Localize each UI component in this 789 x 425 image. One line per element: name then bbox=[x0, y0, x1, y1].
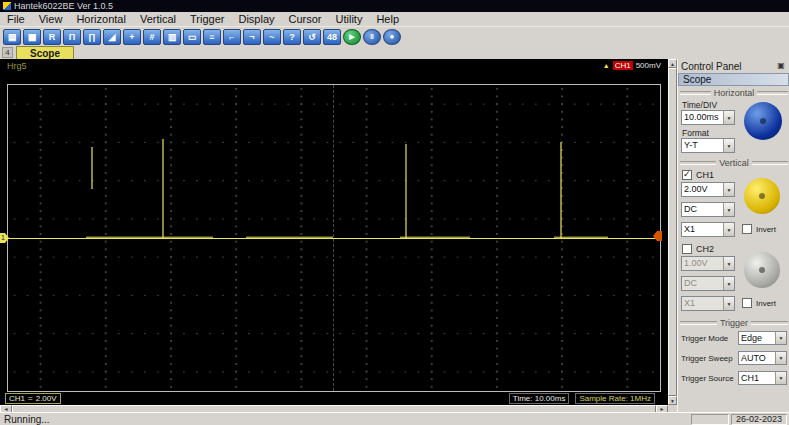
ch2-enable-row[interactable]: CH2 bbox=[682, 244, 714, 254]
ramp-wave-icon[interactable]: ◢ bbox=[103, 29, 121, 45]
scope-status-row: CH1 = 2.00V Time: 10.00ms Sample Rate: 1… bbox=[0, 392, 668, 405]
ch2-probe-select[interactable]: X1 bbox=[681, 296, 735, 311]
pulse-wave-icon[interactable]: ∏ bbox=[83, 29, 101, 45]
chevron-down-icon[interactable] bbox=[775, 372, 786, 384]
ch2-checkbox[interactable] bbox=[682, 244, 692, 254]
grid-icon[interactable]: # bbox=[143, 29, 161, 45]
scope-bottom-right: Time: 10.00ms Sample Rate: 1MHz bbox=[509, 393, 655, 404]
menu-cursor[interactable]: Cursor bbox=[282, 12, 329, 27]
trigger-section-label: Trigger bbox=[680, 318, 788, 328]
chevron-down-icon[interactable] bbox=[775, 332, 786, 344]
vertical-scrollbar[interactable] bbox=[668, 59, 677, 405]
rising-edge-icon[interactable]: ⌐ bbox=[223, 29, 241, 45]
sample-rate-readout: Sample Rate: 1MHz bbox=[575, 393, 655, 404]
autoset-icon[interactable]: R bbox=[43, 29, 61, 45]
control-panel-scope-header: Scope bbox=[678, 73, 789, 86]
horizontal-section-text: Horizontal bbox=[714, 88, 755, 98]
ch1-invert-row[interactable]: Invert bbox=[742, 224, 776, 234]
trigger-mode-value: Edge bbox=[739, 332, 775, 344]
menu-utility[interactable]: Utility bbox=[329, 12, 370, 27]
tab-scope-label: Scope bbox=[30, 48, 60, 59]
app-window: Hantek6022BE Ver 1.0.5 FileViewHorizonta… bbox=[0, 0, 789, 425]
refresh-icon[interactable]: ↺ bbox=[303, 29, 321, 45]
control-panel: Control Panel Scope Horizontal Time/DIV … bbox=[677, 59, 789, 412]
format-select[interactable]: Y-T bbox=[681, 138, 735, 153]
trigger-source-select[interactable]: CH1 bbox=[738, 371, 787, 385]
vertical-section-label: Vertical bbox=[680, 158, 788, 168]
ch2-invert-row[interactable]: Invert bbox=[742, 298, 776, 308]
ch1-position-knob[interactable] bbox=[744, 178, 780, 214]
chevron-down-icon[interactable] bbox=[723, 203, 734, 216]
ch2-coupling-select[interactable]: DC bbox=[681, 276, 735, 291]
ch1-invert-checkbox[interactable] bbox=[742, 224, 752, 234]
ch1-coupling-select[interactable]: DC bbox=[681, 202, 735, 217]
open-icon[interactable]: ▤ bbox=[3, 29, 21, 45]
waveform-list-icon[interactable]: ≡ bbox=[203, 29, 221, 45]
menu-trigger[interactable]: Trigger bbox=[183, 12, 231, 27]
chevron-down-icon[interactable] bbox=[723, 257, 734, 270]
digital-display-icon[interactable]: 48 bbox=[323, 29, 341, 45]
vertical-section-text: Vertical bbox=[719, 158, 749, 168]
control-panel-subtitle: Scope bbox=[683, 74, 711, 85]
save-icon[interactable]: ▦ bbox=[23, 29, 41, 45]
tab-scope[interactable]: Scope bbox=[16, 46, 74, 59]
time-div-label: Time/DIV bbox=[682, 100, 717, 110]
ch2-volts-select[interactable]: 1.00V bbox=[681, 256, 735, 271]
time-div-select[interactable]: 10.00ms bbox=[681, 110, 735, 125]
ch2-probe-value: X1 bbox=[682, 297, 723, 310]
status-date: 26-02-2023 bbox=[731, 414, 787, 425]
ch2-invert-checkbox[interactable] bbox=[742, 298, 752, 308]
start-icon[interactable]: ▶ bbox=[343, 29, 361, 45]
status-running-text: Running... bbox=[4, 414, 50, 425]
falling-edge-icon[interactable]: ¬ bbox=[243, 29, 261, 45]
cursor-measure-icon[interactable]: + bbox=[123, 29, 141, 45]
scroll-down-icon[interactable] bbox=[668, 396, 677, 405]
panel-toggle-icon[interactable]: ▭ bbox=[183, 29, 201, 45]
vertical-scroll-thumb[interactable] bbox=[668, 68, 677, 396]
record-icon[interactable]: ● bbox=[383, 29, 401, 45]
menu-vertical[interactable]: Vertical bbox=[133, 12, 183, 27]
pause-icon[interactable]: ‖ bbox=[363, 29, 381, 45]
format-label: Format bbox=[682, 128, 709, 138]
menu-display[interactable]: Display bbox=[231, 12, 281, 27]
ch1-readout-sep: = bbox=[28, 394, 33, 403]
menu-file[interactable]: File bbox=[0, 12, 32, 27]
ch2-position-knob[interactable] bbox=[744, 252, 780, 288]
ch1-enable-row[interactable]: CH1 bbox=[682, 170, 714, 180]
square-wave-icon[interactable]: Π bbox=[63, 29, 81, 45]
help-icon[interactable]: ? bbox=[283, 29, 301, 45]
menu-view[interactable]: View bbox=[32, 12, 70, 27]
chevron-down-icon[interactable] bbox=[723, 297, 734, 310]
tab-bar: 4 Scope bbox=[0, 46, 789, 59]
ch1-scale-readout: CH1 = 2.00V bbox=[5, 393, 61, 404]
dock-corner-icon[interactable]: 4 bbox=[2, 47, 13, 58]
trigger-sweep-select[interactable]: AUTO bbox=[738, 351, 787, 365]
chevron-down-icon[interactable] bbox=[723, 223, 734, 236]
pin-icon[interactable] bbox=[776, 61, 786, 71]
ch1-readout-label: CH1 bbox=[9, 394, 25, 403]
chevron-down-icon[interactable] bbox=[775, 352, 786, 364]
menu-bar: FileViewHorizontalVerticalTriggerDisplay… bbox=[0, 12, 789, 27]
trigger-mode-select[interactable]: Edge bbox=[738, 331, 787, 345]
menu-horizontal[interactable]: Horizontal bbox=[69, 12, 133, 27]
chevron-down-icon[interactable] bbox=[723, 277, 734, 290]
trigger-arrow-icon: ▲ bbox=[603, 62, 610, 69]
trigger-sweep-label: Trigger Sweep bbox=[681, 354, 733, 363]
chevron-down-icon[interactable] bbox=[723, 111, 734, 124]
ch1-volts-select[interactable]: 2.00V bbox=[681, 182, 735, 197]
horizontal-position-knob[interactable] bbox=[744, 102, 782, 140]
ch2-volts-value: 1.00V bbox=[682, 257, 723, 270]
scope-screen bbox=[7, 84, 661, 392]
sine-wave-icon[interactable]: ~ bbox=[263, 29, 281, 45]
trigger-level-value: 500mV bbox=[636, 61, 661, 70]
scroll-up-icon[interactable] bbox=[668, 59, 677, 68]
ch1-checkbox[interactable] bbox=[682, 170, 692, 180]
trigger-channel-badge: CH1 bbox=[613, 61, 633, 70]
vertical-bars-icon[interactable]: ▥ bbox=[163, 29, 181, 45]
ch1-invert-label: Invert bbox=[756, 225, 776, 234]
chevron-down-icon[interactable] bbox=[723, 183, 734, 196]
ch1-probe-select[interactable]: X1 bbox=[681, 222, 735, 237]
menu-help[interactable]: Help bbox=[369, 12, 406, 27]
ch1-label: CH1 bbox=[696, 170, 714, 180]
chevron-down-icon[interactable] bbox=[723, 139, 734, 152]
